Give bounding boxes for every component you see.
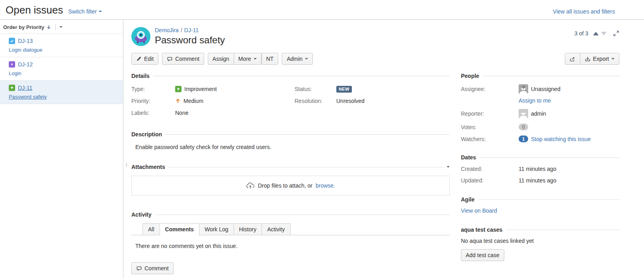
- field-status: Status: NEW: [295, 85, 450, 93]
- switch-filter-link[interactable]: Switch filter: [68, 8, 102, 15]
- add-test-case-button[interactable]: Add test case: [461, 249, 504, 261]
- comment-bubble-icon: [167, 56, 173, 62]
- assignee-value: Unassigned: [531, 86, 560, 92]
- upload-cloud-icon: [246, 182, 255, 189]
- resolution-label: Resolution:: [295, 98, 336, 104]
- view-on-board-link[interactable]: View on Board: [461, 207, 497, 214]
- attachments-dropzone[interactable]: Drop files to attach, or browse.: [131, 176, 450, 196]
- issue-key-link[interactable]: DJ-12: [9, 61, 33, 68]
- description-text: Enable password safety check for newly c…: [135, 144, 450, 150]
- order-by-label[interactable]: Order by Priority: [3, 24, 44, 30]
- chevron-down-icon: [99, 11, 102, 12]
- aqua-test-cases-section: aqua test cases No aqua test cases linke…: [461, 227, 620, 261]
- divider: [155, 215, 450, 215]
- resolution-value: Unresolved: [336, 98, 365, 104]
- tab-history[interactable]: History: [234, 223, 262, 235]
- nt-button[interactable]: NT: [262, 53, 279, 65]
- assignee-label: Assignee:: [461, 86, 519, 92]
- breadcrumb-issue-link[interactable]: DJ-11: [184, 27, 199, 33]
- labels-value: None: [175, 110, 188, 116]
- breadcrumb-project-link[interactable]: DemoJira: [155, 27, 179, 33]
- issue-key-link[interactable]: DJ-11: [9, 85, 32, 91]
- issue-summary-link[interactable]: Password safety: [9, 94, 119, 100]
- share-button[interactable]: [565, 53, 580, 65]
- attachments-section-header: ⁞⁞ Attachments: [131, 164, 450, 170]
- field-priority: Priority: Medium: [131, 97, 295, 105]
- page-header: Open issues Switch filter View all issue…: [0, 0, 644, 20]
- nt-label: NT: [266, 56, 274, 62]
- improvement-type-icon: [9, 85, 15, 91]
- admin-button[interactable]: Admin: [282, 53, 313, 65]
- divider: [153, 76, 450, 76]
- divider: [506, 230, 620, 230]
- tab-work-log[interactable]: Work Log: [199, 223, 234, 235]
- issue-list-item-selected[interactable]: DJ-11 Password safety: [0, 80, 123, 104]
- created-label: Created:: [461, 166, 519, 172]
- more-button[interactable]: More: [234, 53, 262, 65]
- previous-issue-button[interactable]: [593, 32, 599, 35]
- issue-list-sidebar: Order by Priority DJ-13 Login dialogue: [0, 20, 123, 279]
- pencil-icon: [136, 56, 142, 62]
- question-mark-icon: ?: [519, 85, 528, 91]
- sort-direction-down-icon[interactable]: [46, 25, 51, 30]
- agile-heading: Agile: [461, 196, 474, 203]
- dropzone-text: Drop files to attach, or: [258, 182, 312, 189]
- assign-to-me-link[interactable]: Assign to me: [519, 97, 551, 104]
- dates-heading: Dates: [461, 154, 476, 161]
- divider: [55, 24, 56, 30]
- dates-section: Dates Created: 11 minutes ago Updated: 1…: [461, 154, 620, 184]
- issue-summary-link[interactable]: Login dialogue: [9, 47, 119, 53]
- created-value: 11 minutes ago: [519, 166, 556, 172]
- updated-label: Updated:: [461, 177, 519, 184]
- stop-watching-link[interactable]: Stop watching this issue: [531, 136, 591, 142]
- issue-key: DJ-13: [18, 38, 33, 44]
- chevron-down-icon: [611, 58, 615, 60]
- votes-label: Votes:: [461, 124, 519, 130]
- browse-link[interactable]: browse.: [316, 182, 335, 189]
- assign-button[interactable]: Assign: [208, 53, 234, 65]
- watchers-badge[interactable]: 1: [519, 136, 528, 142]
- page-title: Open issues: [6, 4, 63, 16]
- add-comment-label: Comment: [144, 265, 169, 271]
- add-comment-button[interactable]: Comment: [131, 262, 174, 274]
- edit-label: Edit: [144, 56, 154, 62]
- comment-bubble-icon: [136, 265, 142, 271]
- order-by-bar: Order by Priority: [0, 20, 123, 34]
- issue-key-link[interactable]: DJ-13: [9, 38, 33, 44]
- switch-filter-label: Switch filter: [68, 8, 97, 15]
- activity-heading: Activity: [131, 211, 152, 218]
- activity-tabs: All Comments Work Log History Activity: [131, 223, 450, 235]
- tab-comments[interactable]: Comments: [160, 223, 199, 235]
- issue-list-item[interactable]: DJ-12 Login: [0, 57, 123, 81]
- people-section: People Assignee: ? Unassigned Assign to …: [461, 73, 620, 142]
- export-button[interactable]: Export: [580, 53, 619, 65]
- view-all-issues-link[interactable]: View all issues and filters: [553, 8, 615, 15]
- unassigned-avatar: ?: [519, 84, 528, 94]
- drag-handle-icon: ⁞⁞: [125, 162, 127, 168]
- export-label: Export: [593, 56, 609, 62]
- priority-medium-icon: [175, 98, 181, 104]
- chevron-down-icon: [305, 58, 308, 60]
- status-label: Status:: [295, 86, 336, 92]
- pager-position: 3 of 3: [574, 30, 588, 37]
- issue-list-item[interactable]: DJ-13 Login dialogue: [0, 33, 123, 57]
- field-labels: Labels: None: [131, 109, 295, 117]
- expand-icon[interactable]: [613, 30, 619, 37]
- tab-activity[interactable]: Activity: [262, 223, 290, 235]
- assignee-row: Assignee: ? Unassigned: [461, 84, 620, 94]
- project-avatar[interactable]: [131, 27, 150, 46]
- improvement-type-icon: [175, 86, 181, 92]
- tab-all[interactable]: All: [142, 223, 160, 235]
- share-export-group: Export: [565, 53, 619, 65]
- description-section-header: Description: [131, 131, 450, 138]
- order-options-caret-icon[interactable]: [59, 26, 62, 28]
- issue-summary-link[interactable]: Login: [9, 70, 119, 76]
- comment-button[interactable]: Comment: [162, 53, 204, 65]
- watchers-row: Watchers: 1 Stop watching this issue: [461, 136, 620, 142]
- votes-badge[interactable]: 0: [519, 124, 528, 130]
- attachments-options-caret-icon[interactable]: [447, 166, 450, 168]
- breadcrumb: DemoJira/DJ-11: [155, 27, 225, 33]
- toolbar: Edit Comment Assign More NT Admin Export: [131, 53, 644, 65]
- edit-button[interactable]: Edit: [131, 53, 158, 65]
- more-label: More: [238, 56, 251, 62]
